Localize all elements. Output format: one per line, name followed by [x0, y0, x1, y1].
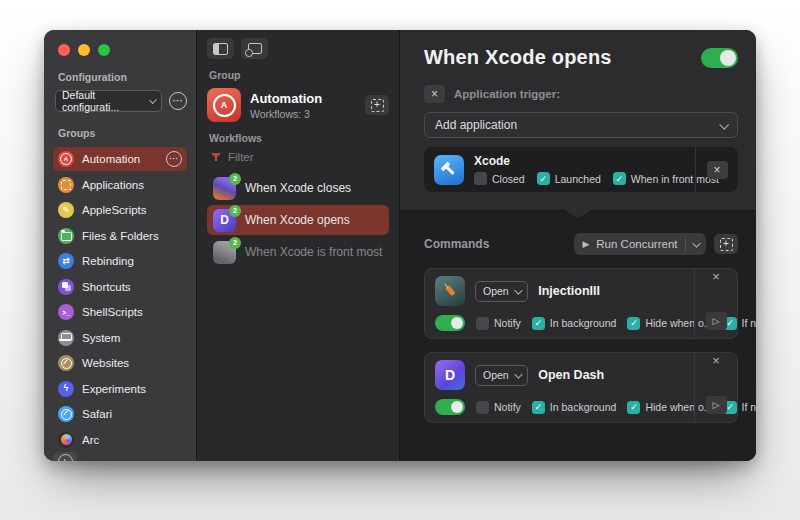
sidebar-item-websites[interactable]: Websites	[53, 351, 187, 375]
group-options-button[interactable]: ···	[166, 151, 182, 167]
add-application-select[interactable]: Add application	[424, 112, 738, 138]
commands-section: Commands ▶ Run Concurrent + Open	[400, 223, 756, 461]
sidebar-item-applescripts[interactable]: ✎ AppleScripts	[53, 198, 187, 222]
injectioniii-app-icon	[435, 276, 465, 306]
minimize-window-button[interactable]	[78, 44, 90, 56]
window-controls	[58, 44, 187, 56]
window-mode-button[interactable]	[241, 38, 268, 59]
command-card-injectioniii: Open InjectionIII ✓ Notify ✓ I	[424, 268, 738, 339]
app-window: Configuration Default configurati... ···…	[44, 30, 756, 461]
group-workflow-count: Workflows: 3	[250, 108, 322, 120]
group-label: Group	[209, 69, 389, 81]
workflow-list: 2 When Xcode closes D 2 When Xcode opens…	[207, 173, 389, 267]
configuration-select-value: Default configurati...	[62, 89, 150, 113]
sidebar-item-applications[interactable]: Applications	[53, 173, 187, 197]
launched-checkbox[interactable]: ✓	[537, 172, 550, 185]
workflow-apps-icon: D 2	[213, 209, 236, 232]
toggle-sidebar-button[interactable]	[207, 38, 234, 59]
in-background-checkbox[interactable]: ✓	[532, 317, 545, 330]
terminal-icon: >_	[58, 304, 74, 320]
sidebar-item-rebinding[interactable]: ⇄ Rebinding	[53, 249, 187, 273]
groups-list: A Automation ··· Applications ✎ AppleScr…	[53, 147, 187, 452]
sidebar-item-arc[interactable]: Arc	[53, 428, 187, 452]
configuration-options-button[interactable]: ···	[169, 92, 187, 110]
chevron-down-icon[interactable]	[692, 239, 700, 247]
workflow-filter-input[interactable]: Filter	[211, 151, 389, 163]
xcode-app-icon	[434, 155, 464, 185]
add-workflow-button[interactable]: +	[365, 95, 389, 115]
workflow-apps-icon: 2	[213, 241, 236, 264]
groups-label: Groups	[58, 127, 187, 139]
workflow-item-xcode-closes[interactable]: 2 When Xcode closes	[207, 173, 389, 203]
hide-when-open-checkbox[interactable]: ✓	[627, 401, 640, 414]
add-group-button[interactable]: +	[53, 452, 77, 462]
chevron-down-icon	[149, 96, 157, 104]
hide-when-open-checkbox[interactable]: ✓	[627, 317, 640, 330]
notify-checkbox[interactable]: ✓	[476, 401, 489, 414]
workflows-label: Workflows	[209, 132, 389, 144]
close-window-button[interactable]	[58, 44, 70, 56]
trigger-app-name: Xcode	[474, 154, 685, 168]
chevron-down-icon	[514, 370, 522, 378]
dash-app-icon: D	[435, 360, 465, 390]
workflow-count-badge: 2	[229, 205, 241, 217]
filter-icon	[211, 152, 221, 162]
add-icon: +	[371, 99, 384, 112]
arc-icon	[58, 432, 74, 448]
in-background-checkbox[interactable]: ✓	[532, 401, 545, 414]
circle-plus-icon: +	[58, 454, 73, 461]
workflow-title: When Xcode opens	[424, 46, 612, 69]
notify-checkbox[interactable]: ✓	[476, 317, 489, 330]
folder-icon	[58, 228, 74, 244]
sidebar-item-automation[interactable]: A Automation ···	[53, 147, 187, 171]
zoom-window-button[interactable]	[98, 44, 110, 56]
action-select[interactable]: Open	[475, 281, 528, 302]
run-command-button[interactable]: ▷	[706, 312, 727, 330]
workflow-count-badge: 2	[229, 173, 241, 185]
command-card-open-dash: D Open Open Dash ✓ Notify	[424, 352, 738, 423]
sidebar-item-safari[interactable]: Safari	[53, 402, 187, 426]
sidebar-item-files-folders[interactable]: Files & Folders	[53, 224, 187, 248]
configuration-label: Configuration	[58, 71, 187, 83]
applications-icon	[58, 177, 74, 193]
add-command-button[interactable]: +	[714, 234, 738, 254]
remove-app-button[interactable]: ×	[707, 161, 728, 179]
group-column: Group A Automation Workflows: 3 + Workfl…	[197, 30, 400, 461]
run-concurrent-button[interactable]: ▶ Run Concurrent	[574, 233, 706, 255]
command-enabled-toggle[interactable]	[435, 399, 465, 415]
workflow-enabled-toggle[interactable]	[701, 48, 738, 68]
workflow-count-badge: 2	[229, 237, 241, 249]
workflow-item-xcode-front-most[interactable]: 2 When Xcode is front most	[207, 237, 389, 267]
compass-icon	[58, 355, 74, 371]
lightning-icon: ϟ	[58, 381, 74, 397]
action-select[interactable]: Open	[475, 365, 528, 386]
run-command-button[interactable]: ▷	[706, 396, 727, 414]
shortcuts-icon	[58, 279, 74, 295]
configuration-select[interactable]: Default configurati...	[55, 90, 162, 112]
sidebar-item-experiments[interactable]: ϟ Experiments	[53, 377, 187, 401]
chevron-down-icon	[514, 286, 522, 294]
command-name: InjectionIII	[538, 284, 600, 298]
workflow-item-xcode-opens[interactable]: D 2 When Xcode opens	[207, 205, 389, 235]
sidebar-item-shellscripts[interactable]: >_ ShellScripts	[53, 300, 187, 324]
trigger-label: Application trigger:	[454, 88, 560, 100]
workflow-detail-panel: When Xcode opens × Application trigger: …	[400, 30, 756, 461]
command-enabled-toggle[interactable]	[435, 315, 465, 331]
automation-icon: A	[58, 151, 74, 167]
group-name: Automation	[250, 91, 322, 106]
section-divider	[400, 210, 756, 223]
trigger-section: × Application trigger: Add application X…	[400, 69, 756, 192]
closed-checkbox[interactable]: ✓	[474, 172, 487, 185]
applescripts-icon: ✎	[58, 202, 74, 218]
sidebar-item-system[interactable]: System	[53, 326, 187, 350]
remove-trigger-button[interactable]: ×	[424, 85, 445, 103]
command-name: Open Dash	[538, 368, 604, 382]
front-most-checkbox[interactable]: ✓	[613, 172, 626, 185]
automation-group-icon: A	[207, 88, 241, 122]
window-icon	[248, 43, 262, 54]
trigger-app-row: Xcode ✓ Closed ✓ Launched ✓	[424, 147, 738, 192]
laptop-icon	[58, 330, 74, 346]
sidebar-item-shortcuts[interactable]: Shortcuts	[53, 275, 187, 299]
workflow-apps-icon: 2	[213, 177, 236, 200]
rebinding-icon: ⇄	[58, 253, 74, 269]
